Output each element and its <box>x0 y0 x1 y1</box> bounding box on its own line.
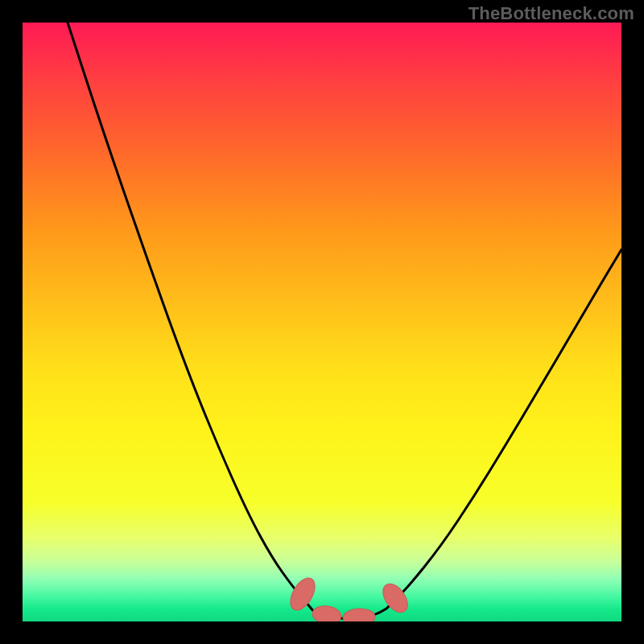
plot-area <box>23 23 621 621</box>
marker-left-slope <box>286 574 320 614</box>
bottleneck-curve <box>68 23 621 619</box>
outer-frame: TheBottleneck.com <box>0 0 644 644</box>
chart-svg <box>23 23 621 621</box>
marker-floor-right <box>342 608 375 621</box>
curve-layer <box>68 23 621 619</box>
marker-floor-left <box>312 605 343 621</box>
watermark-text: TheBottleneck.com <box>469 3 634 24</box>
marker-layer <box>286 574 413 621</box>
